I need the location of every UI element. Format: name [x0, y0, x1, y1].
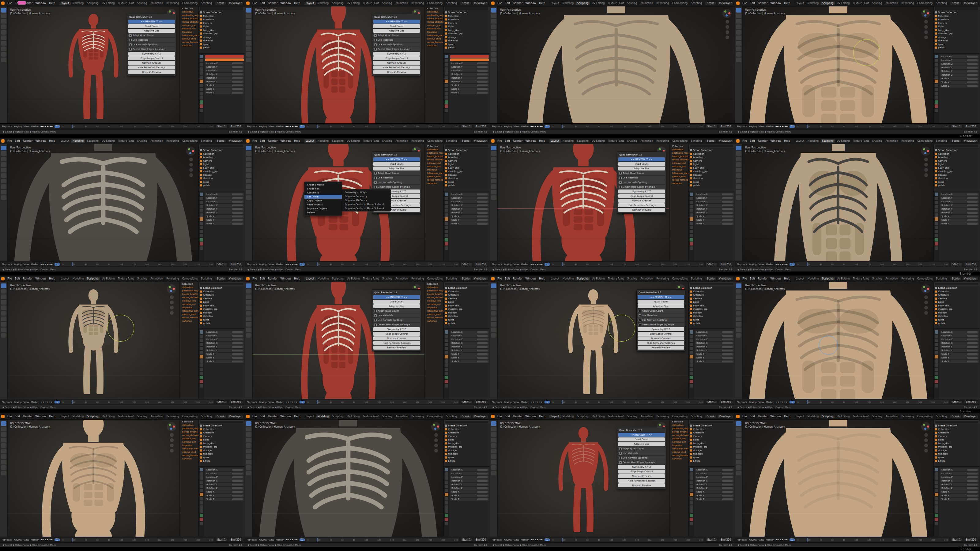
- outliner-item[interactable]: pelvis: [689, 321, 734, 325]
- workspace-tab-rendering[interactable]: Rendering: [409, 277, 425, 280]
- workspace-tab-rendering[interactable]: Rendering: [409, 139, 425, 143]
- physics-properties-tab-icon[interactable]: [200, 505, 204, 509]
- rotate-tool-icon[interactable]: [736, 438, 741, 442]
- physics-properties-tab-icon[interactable]: [690, 368, 694, 371]
- timeline-menu-keying[interactable]: Keying: [259, 401, 266, 403]
- world-properties-tab-icon[interactable]: [445, 351, 449, 354]
- object-list-item[interactable]: pectoralis_major: [425, 14, 444, 17]
- select-box-tool-icon[interactable]: [1, 146, 6, 150]
- context-submenu-item[interactable]: Origin to Center of Mass (Surface): [342, 202, 390, 206]
- workspace-tab-layout[interactable]: Layout: [794, 139, 806, 143]
- property-value-slider[interactable]: [967, 335, 978, 337]
- workspace-tab-scripting[interactable]: Scripting: [689, 139, 703, 143]
- workspace-tab-scripting[interactable]: Scripting: [444, 277, 458, 280]
- object-list-item[interactable]: rectus_abdominis: [670, 158, 689, 162]
- cursor-tool-icon[interactable]: [491, 427, 496, 431]
- remesher-panel-button[interactable]: Symmetry X Y Z: [638, 327, 684, 331]
- workspace-tab-scripting[interactable]: Scripting: [199, 277, 213, 280]
- world-properties-tab-icon[interactable]: [200, 489, 204, 492]
- object-list-item[interactable]: Collection: [425, 7, 444, 10]
- property-row[interactable]: Location Z: [205, 476, 244, 479]
- workspace-tab-sculpting[interactable]: Sculpting: [575, 415, 590, 418]
- timeline-menu-view[interactable]: View: [514, 401, 519, 403]
- outliner-search[interactable]: [935, 145, 978, 148]
- outliner-item[interactable]: Armature: [934, 156, 979, 159]
- remesher-panel-button[interactable]: Quad Count: [618, 437, 665, 441]
- workspace-tab-modeling[interactable]: Modeling: [316, 415, 330, 418]
- remesher-panel-button[interactable]: Use Materials: [373, 38, 420, 42]
- workspace-tab-scripting[interactable]: Scripting: [689, 277, 703, 280]
- blender-logo-icon[interactable]: [246, 277, 250, 280]
- object-list-item[interactable]: obliquus_ext: [670, 437, 689, 440]
- property-value-slider[interactable]: [967, 353, 978, 355]
- transform-tool-icon[interactable]: [1, 311, 6, 316]
- workspace-tab-rendering[interactable]: Rendering: [164, 2, 180, 5]
- scale-tool-icon[interactable]: [246, 30, 251, 35]
- scale-tool-icon[interactable]: [246, 443, 251, 448]
- particles-properties-tab-icon[interactable]: [200, 364, 204, 367]
- workspace-tab-scripting[interactable]: Scripting: [689, 2, 703, 5]
- property-row[interactable]: Rotation Z: [940, 73, 979, 76]
- property-value-slider[interactable]: [232, 66, 243, 68]
- current-frame[interactable]: 1: [544, 125, 550, 128]
- view-layer-properties-tab-icon[interactable]: [200, 343, 204, 346]
- frame-ruler[interactable]: 020406080100120140160180200220240: [61, 125, 214, 128]
- frame-end[interactable]: End 250: [964, 125, 978, 128]
- property-value-slider[interactable]: [477, 353, 488, 355]
- property-row[interactable]: Scale Y: [940, 356, 979, 359]
- outliner-item[interactable]: pelvis: [689, 459, 734, 463]
- property-row[interactable]: Location Y: [205, 65, 244, 68]
- scene-select[interactable]: Scene: [705, 277, 716, 280]
- object-properties-tab-icon[interactable]: [690, 355, 694, 359]
- current-frame[interactable]: 1: [544, 263, 550, 266]
- annotate-tool-icon[interactable]: [246, 179, 251, 183]
- property-value-slider[interactable]: [722, 223, 733, 225]
- outliner-item[interactable]: body_skin: [934, 442, 979, 445]
- menu-render[interactable]: Render: [757, 277, 769, 280]
- current-frame[interactable]: 1: [54, 401, 60, 403]
- menu-window[interactable]: Window: [279, 139, 293, 142]
- cursor-tool-icon[interactable]: [1, 151, 6, 156]
- property-value-slider[interactable]: [967, 487, 978, 489]
- property-value-slider[interactable]: [477, 469, 488, 471]
- object-list-item[interactable]: sartorius: [670, 182, 689, 185]
- measure-tool-icon[interactable]: [736, 460, 741, 464]
- outliner-item[interactable]: Light: [934, 300, 979, 304]
- property-row[interactable]: Scale X: [695, 491, 734, 494]
- property-value-slider[interactable]: [967, 197, 978, 199]
- measure-tool-icon[interactable]: [736, 184, 741, 189]
- menu-render[interactable]: Render: [22, 415, 34, 418]
- property-value-slider[interactable]: [232, 77, 243, 79]
- timeline-menu-keying[interactable]: Keying: [259, 263, 266, 266]
- scene-properties-tab-icon[interactable]: [200, 484, 204, 488]
- move-tool-icon[interactable]: [1, 432, 6, 437]
- workspace-tab-layout[interactable]: Layout: [549, 277, 561, 280]
- object-list-item[interactable]: biceps_brachii: [180, 293, 199, 296]
- outliner-item[interactable]: muscles_grp: [444, 307, 489, 311]
- physics-properties-tab-icon[interactable]: [935, 505, 939, 509]
- transform-tool-icon[interactable]: [246, 449, 251, 453]
- outliner-item[interactable]: Camera: [199, 297, 244, 301]
- property-row[interactable]: Rotation Y: [450, 483, 489, 486]
- property-row[interactable]: Scale Z: [940, 84, 979, 87]
- outliner-search[interactable]: [445, 145, 488, 148]
- property-row[interactable]: Location X: [205, 62, 244, 65]
- view-layer-properties-tab-icon[interactable]: [200, 481, 204, 484]
- remesher-panel-button[interactable]: Quad Count: [128, 24, 175, 28]
- property-row[interactable]: Location X: [940, 468, 979, 472]
- outliner-item[interactable]: ribcage: [444, 449, 489, 453]
- workspace-tab-rendering[interactable]: Rendering: [409, 415, 425, 418]
- outliner-item[interactable]: skeleton: [934, 314, 979, 318]
- workspace-tab-layout[interactable]: Layout: [304, 277, 316, 280]
- viewport-3d[interactable]: User Perspective (1) Collection | Human_…: [253, 420, 444, 537]
- property-value-slider[interactable]: [232, 62, 243, 64]
- outliner-item[interactable]: Collection: [199, 152, 244, 156]
- timeline-menu-playback[interactable]: Playback: [737, 538, 747, 541]
- cursor-tool-icon[interactable]: [1, 427, 6, 431]
- move-tool-icon[interactable]: [246, 19, 251, 24]
- particles-properties-tab-icon[interactable]: [935, 88, 939, 91]
- object-list-item[interactable]: trapezius: [180, 306, 199, 310]
- timeline-menu-marker[interactable]: Marker: [520, 263, 528, 266]
- workspace-tab-layout[interactable]: Layout: [549, 415, 561, 418]
- render-properties-tab-icon[interactable]: [200, 197, 204, 200]
